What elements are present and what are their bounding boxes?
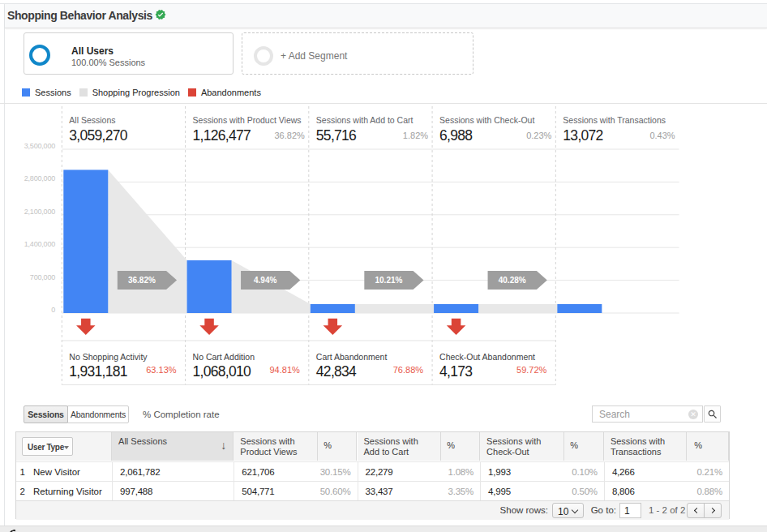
bottom-page-strip xyxy=(0,526,767,532)
cutoff-glyph xyxy=(9,529,15,532)
legend-item: Sessions xyxy=(22,84,71,99)
funnel-bar xyxy=(557,304,602,313)
funnel-stage-header: All Sessions 3,059,270 xyxy=(69,115,181,144)
table-header-percent[interactable]: % xyxy=(564,432,604,461)
completion-rate-label: % Completion rate xyxy=(143,410,220,419)
pagination-buttons xyxy=(687,503,722,518)
table-header-all-sessions[interactable]: All Sessions↓ xyxy=(112,432,234,461)
goto-label: Go to: xyxy=(519,505,616,515)
legend-label: Shopping Progression xyxy=(92,88,180,97)
funnel-stage-percent: 36.82% xyxy=(274,131,304,140)
user-type-dropdown[interactable]: User Type xyxy=(22,437,73,456)
table-row[interactable]: 1 New Visitor2,061,782621,70630.15%22,27… xyxy=(16,461,729,481)
row-label: New Visitor xyxy=(33,462,80,482)
legend-swatch xyxy=(188,88,196,97)
next-page-button[interactable] xyxy=(704,503,722,518)
y-axis-tick-label: 2,800,000 xyxy=(0,174,55,182)
abandonment-arrow xyxy=(447,319,466,335)
y-axis-tick-label: 0 xyxy=(0,306,55,314)
funnel-stage-header: Sessions with Product Views 1,126,477 36… xyxy=(193,115,305,144)
chevron-left-icon xyxy=(694,508,700,513)
progression-arrow-label: 36.82% xyxy=(128,276,156,285)
table-header-label: % xyxy=(318,440,338,451)
legend-swatch xyxy=(22,88,30,97)
table-footer: Show rows: 10 Go to: 1 - 2 of 2 xyxy=(16,500,729,520)
table-header-percent[interactable]: % xyxy=(318,432,358,461)
funnel-bar xyxy=(187,260,232,313)
funnel-stage-header: Sessions with Transactions 13,072 0.43% xyxy=(563,115,675,144)
abandonment-arrow xyxy=(76,319,96,335)
segment-card-all-users[interactable]: All Users 100.00% Sessions xyxy=(24,32,234,75)
cell-border xyxy=(112,482,113,501)
pagination-range-label: 1 - 2 of 2 xyxy=(649,505,685,515)
row-number: 1 xyxy=(16,462,25,482)
table-cell-percent: 0.10% xyxy=(480,462,598,482)
table-header-sessions-with-add-to-cart[interactable]: Sessions with Add to Cart xyxy=(358,432,442,461)
search-button[interactable] xyxy=(704,405,721,423)
legend-label: Abandonments xyxy=(201,88,261,97)
table-header-percent[interactable]: % xyxy=(687,432,729,461)
table-cell-percent: 0.21% xyxy=(604,462,722,482)
table-header-sessions-with-product-views[interactable]: Sessions with Product Views xyxy=(234,432,317,461)
progression-wedge xyxy=(355,304,434,313)
abandonment-arrow xyxy=(324,319,343,335)
add-segment-label: + Add Segment xyxy=(281,50,347,62)
table-header-label: All Sessions xyxy=(118,436,167,447)
progression-arrow-label: 10.21% xyxy=(375,276,402,285)
abandonment-cell: No Cart Addition 1,068,010 94.81% xyxy=(193,352,305,384)
add-segment-card[interactable]: + Add Segment xyxy=(242,32,473,75)
funnel-bar xyxy=(434,304,478,313)
funnel-chart: 36.82%4.94%10.21%40.28% xyxy=(0,103,767,385)
funnel-stage-percent: 0.43% xyxy=(649,131,675,140)
table-header-label: Sessions with Transactions xyxy=(611,436,674,457)
table-cell-value: 997,488 xyxy=(120,482,152,501)
funnel-stage-label: Sessions with Add to Cart xyxy=(316,115,428,125)
previous-page-button[interactable] xyxy=(687,503,705,518)
table-row[interactable]: 2 Returning Visitor997,488504,77150.60%3… xyxy=(16,481,729,500)
table-header-label: Sessions with Check-Out xyxy=(486,436,551,457)
abandonment-percent: 94.81% xyxy=(269,365,299,375)
table-cell-percent: 0.88% xyxy=(604,482,722,501)
table-header-label: % xyxy=(441,440,461,451)
progression-wedge xyxy=(478,304,557,313)
shopping-behavior-analysis-page: Shopping Behavior Analysis All Users 100… xyxy=(0,0,767,532)
chevron-right-icon xyxy=(709,508,715,513)
user-type-dropdown-label: User Type xyxy=(28,443,64,452)
abandonment-label: Cart Abandonment xyxy=(316,352,428,362)
search-clear-icon[interactable]: ✕ xyxy=(688,410,698,419)
y-axis-tick-label: 2,100,000 xyxy=(0,208,55,216)
goto-page-input[interactable] xyxy=(619,503,641,518)
legend-item: Abandonments xyxy=(188,84,261,99)
legend-item: Shopping Progression xyxy=(79,84,180,99)
page-title: Shopping Behavior Analysis xyxy=(7,9,152,22)
table-header-percent[interactable]: % xyxy=(441,432,480,461)
progression-arrow-label: 40.28% xyxy=(499,276,526,285)
tab-abandonments[interactable]: Abandonments xyxy=(67,405,129,423)
legend-swatch xyxy=(79,88,88,97)
abandonment-arrow xyxy=(199,319,219,335)
abandonment-label: Check-Out Abandonment xyxy=(439,352,551,362)
add-segment-circle-icon xyxy=(254,46,273,66)
search-input[interactable] xyxy=(592,405,703,423)
legend-label: Sessions xyxy=(35,88,71,97)
table-header-sessions-with-transactions[interactable]: Sessions with Transactions xyxy=(604,432,687,461)
progression-wedge xyxy=(108,169,186,313)
funnel-bar xyxy=(63,169,108,313)
tab-sessions[interactable]: Sessions xyxy=(24,405,68,423)
funnel-stage-label: All Sessions xyxy=(69,115,181,125)
funnel-stage-percent: 1.82% xyxy=(403,131,428,140)
funnel-stage-label: Sessions with Check-Out xyxy=(439,115,551,125)
funnel-stage-value: 3,059,270 xyxy=(69,127,181,144)
segment-donut-icon xyxy=(29,45,50,66)
abandonment-percent: 63.13% xyxy=(146,365,176,375)
table-cell-percent: 30.15% xyxy=(234,462,350,482)
abandonment-label: No Shopping Activity xyxy=(69,352,181,362)
table-header-sessions-with-check-out[interactable]: Sessions with Check-Out xyxy=(480,432,564,461)
table-header-label: % xyxy=(687,440,709,451)
table-cell-value: 2,061,782 xyxy=(120,462,160,482)
caret-down-icon xyxy=(64,446,69,449)
table-header-label: Sessions with Add to Cart xyxy=(364,436,429,457)
verified-shield-icon xyxy=(155,9,166,20)
funnel-stage-header: Sessions with Add to Cart 55,716 1.82% xyxy=(316,115,428,144)
table-header-user-type[interactable]: User Type xyxy=(16,432,112,461)
